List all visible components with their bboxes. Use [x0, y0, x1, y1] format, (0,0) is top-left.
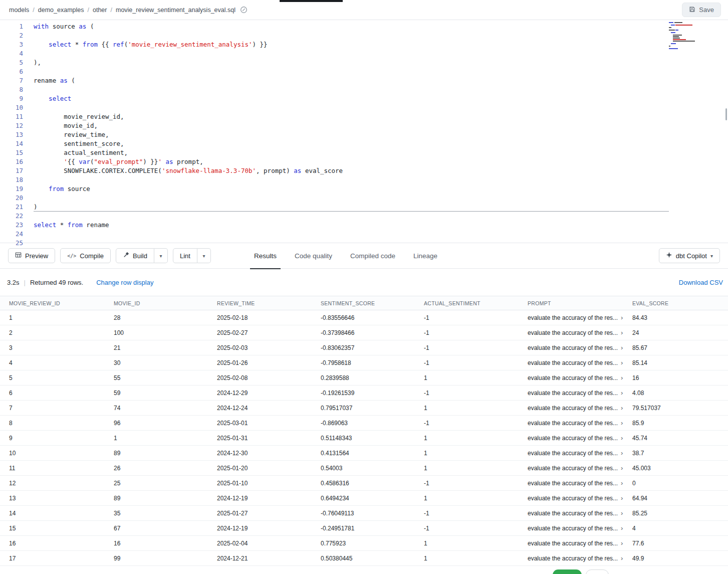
tab-lineage[interactable]: Lineage — [404, 243, 446, 269]
code-line[interactable]: review_time, — [34, 130, 669, 139]
table-row[interactable]: 6592024-12-29-0.19261539-1evaluate the a… — [0, 386, 728, 401]
prompt-cell[interactable]: evaluate the accuracy of the res...› — [519, 435, 623, 442]
column-header[interactable]: SENTIMENT_SCORE — [312, 300, 415, 306]
prompt-cell[interactable]: evaluate the accuracy of the res...› — [519, 555, 623, 562]
table-row[interactable]: 1282025-02-18-0.83556646-1evaluate the a… — [0, 310, 728, 325]
code-line[interactable] — [34, 49, 669, 58]
chevron-right-icon[interactable]: › — [621, 420, 623, 426]
table-row[interactable]: 15672024-12-19-0.24951781-1evaluate the … — [0, 521, 728, 536]
prompt-cell[interactable]: evaluate the accuracy of the res...› — [519, 450, 623, 457]
format-file-icon[interactable] — [240, 6, 248, 14]
table-row[interactable]: 12252025-01-100.4586316-1evaluate the ac… — [0, 476, 728, 491]
code-line[interactable]: movie_id, — [34, 121, 669, 130]
bottom-white-button[interactable] — [586, 569, 609, 574]
bottom-green-button[interactable] — [553, 569, 582, 574]
change-row-display-link[interactable]: Change row display — [96, 279, 153, 286]
chevron-right-icon[interactable]: › — [621, 450, 623, 456]
save-button[interactable]: Save — [682, 3, 721, 17]
chevron-right-icon[interactable]: › — [621, 465, 623, 471]
table-row[interactable]: 5552025-02-080.28395881evaluate the accu… — [0, 370, 728, 386]
table-row[interactable]: 14352025-01-27-0.76049113-1evaluate the … — [0, 506, 728, 521]
code-line[interactable] — [34, 31, 669, 40]
chevron-right-icon[interactable]: › — [621, 525, 623, 531]
prompt-cell[interactable]: evaluate the accuracy of the res...› — [519, 510, 623, 517]
table-row[interactable]: 912025-01-310.511483431evaluate the accu… — [0, 431, 728, 446]
code-line[interactable]: rename as ( — [34, 76, 669, 85]
chevron-right-icon[interactable]: › — [621, 390, 623, 396]
code-line[interactable] — [34, 85, 669, 94]
prompt-cell[interactable]: evaluate the accuracy of the res...› — [519, 329, 623, 336]
chevron-right-icon[interactable]: › — [621, 329, 623, 336]
code-line[interactable] — [34, 194, 669, 203]
table-row[interactable]: 8962025-03-01-0.869063-1evaluate the acc… — [0, 416, 728, 431]
table-row[interactable]: 11262025-01-200.540031evaluate the accur… — [0, 461, 728, 476]
code-line[interactable]: movie_review_id, — [34, 112, 669, 121]
code-line[interactable]: select — [34, 94, 669, 103]
code-line[interactable]: ), — [34, 58, 669, 67]
breadcrumb-item[interactable]: movie_review_sentiment_analysis_eval.sql — [116, 7, 235, 14]
prompt-cell[interactable]: evaluate the accuracy of the res...› — [519, 344, 623, 351]
column-header[interactable]: REVIEW_TIME — [208, 300, 312, 306]
chevron-right-icon[interactable]: › — [621, 555, 623, 561]
chevron-right-icon[interactable]: › — [621, 480, 623, 486]
chevron-right-icon[interactable]: › — [621, 359, 623, 366]
code-line[interactable]: with source as ( — [34, 22, 669, 31]
chevron-right-icon[interactable]: › — [621, 510, 623, 516]
table-row[interactable]: 16162025-02-040.7759231evaluate the accu… — [0, 536, 728, 551]
prompt-cell[interactable]: evaluate the accuracy of the res...› — [519, 359, 623, 366]
breadcrumb-item[interactable]: models — [9, 7, 29, 14]
chevron-right-icon[interactable]: › — [621, 405, 623, 411]
prompt-cell[interactable]: evaluate the accuracy of the res...› — [519, 525, 623, 532]
code-line[interactable]: SNOWFLAKE.CORTEX.COMPLETE('snowflake-lla… — [34, 166, 669, 175]
prompt-cell[interactable]: evaluate the accuracy of the res...› — [519, 540, 623, 547]
tab-code-quality[interactable]: Code quality — [286, 243, 341, 269]
code-line[interactable]: select * from {{ ref('movie_review_senti… — [34, 40, 669, 49]
chevron-right-icon[interactable]: › — [621, 374, 623, 381]
column-header[interactable]: MOVIE_ID — [105, 300, 208, 306]
column-header[interactable]: ACTUAL_SENTIMENT — [415, 300, 519, 306]
prompt-cell[interactable]: evaluate the accuracy of the res...› — [519, 374, 623, 381]
editor-scrollbar-thumb[interactable] — [725, 108, 727, 120]
chevron-right-icon[interactable]: › — [621, 344, 623, 351]
table-row[interactable]: 21002025-02-27-0.37398466-1evaluate the … — [0, 325, 728, 340]
build-dropdown-button[interactable]: ▾ — [154, 248, 168, 263]
prompt-cell[interactable]: evaluate the accuracy of the res...› — [519, 465, 623, 472]
minimap[interactable] — [669, 22, 719, 50]
table-row[interactable]: 3212025-02-03-0.83062357-1evaluate the a… — [0, 340, 728, 355]
chevron-right-icon[interactable]: › — [621, 435, 623, 441]
download-csv-link[interactable]: Download CSV — [679, 279, 723, 286]
prompt-cell[interactable]: evaluate the accuracy of the res...› — [519, 420, 623, 427]
code-line[interactable]: actual_sentiment, — [34, 148, 669, 157]
tab-results[interactable]: Results — [245, 243, 286, 269]
code-line[interactable] — [34, 175, 669, 184]
code-line[interactable]: select * from rename — [34, 221, 669, 230]
chevron-right-icon[interactable]: › — [621, 314, 623, 321]
code-line[interactable] — [34, 103, 669, 112]
prompt-cell[interactable]: evaluate the accuracy of the res...› — [519, 390, 623, 397]
lint-button[interactable]: Lint — [173, 248, 197, 263]
breadcrumb-item[interactable]: other — [93, 7, 107, 14]
chevron-right-icon[interactable]: › — [621, 540, 623, 546]
table-row[interactable]: 17992024-12-210.503804451evaluate the ac… — [0, 551, 728, 566]
prompt-cell[interactable]: evaluate the accuracy of the res...› — [519, 480, 623, 487]
code-line[interactable] — [34, 230, 669, 239]
build-button[interactable]: Build — [116, 248, 154, 263]
column-header[interactable]: EVAL_SCORE — [623, 300, 728, 306]
dbt-copilot-button[interactable]: dbt Copilot ▾ — [659, 248, 720, 263]
code-line[interactable]: ) — [34, 203, 669, 212]
table-row[interactable]: 10892024-12-300.41315641evaluate the acc… — [0, 446, 728, 461]
code-line[interactable]: sentiment_score, — [34, 139, 669, 148]
table-row[interactable]: 7742024-12-240.795170371evaluate the acc… — [0, 401, 728, 416]
code-line[interactable] — [34, 212, 669, 221]
column-header[interactable]: MOVIE_REVIEW_ID — [0, 300, 105, 306]
column-header[interactable]: PROMPT — [519, 300, 623, 306]
code-lines[interactable]: with source as ( select * from {{ ref('m… — [23, 22, 669, 243]
code-line[interactable]: '{{ var("eval_prompt") }}' as prompt, — [34, 157, 669, 166]
breadcrumb-item[interactable]: demo_examples — [38, 7, 84, 14]
preview-button[interactable]: Preview — [8, 248, 55, 263]
table-row[interactable]: 4302025-01-26-0.7958618-1evaluate the ac… — [0, 355, 728, 370]
code-line[interactable]: from source — [34, 184, 669, 194]
chevron-right-icon[interactable]: › — [621, 495, 623, 501]
code-line[interactable] — [34, 67, 669, 76]
lint-dropdown-button[interactable]: ▾ — [197, 248, 211, 263]
